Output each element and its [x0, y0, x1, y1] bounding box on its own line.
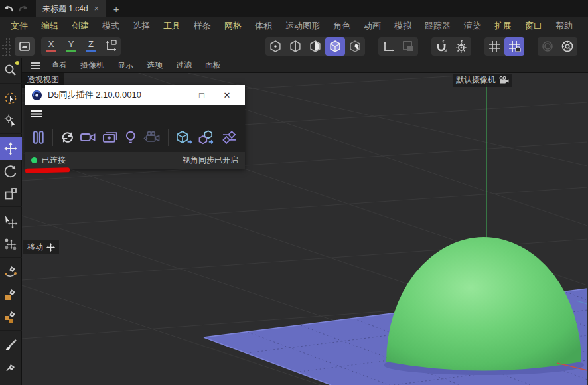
export-model-icon[interactable] — [175, 129, 194, 145]
menu-tracker[interactable]: 跟踪器 — [418, 20, 457, 32]
menu-create[interactable]: 创建 — [65, 20, 96, 32]
connection-status-icon — [31, 157, 37, 163]
snap-magnet-button[interactable] — [431, 37, 451, 56]
d5-menu-row — [25, 105, 245, 123]
menu-select[interactable]: 选择 — [126, 20, 157, 32]
viewport-menu-panel[interactable]: 面板 — [198, 60, 228, 71]
menu-file[interactable]: 文件 — [4, 20, 35, 32]
viewport-menu-filter[interactable]: 过滤 — [169, 60, 198, 71]
refresh-sync-icon[interactable] — [60, 129, 76, 145]
separator — [168, 129, 169, 146]
points-mode-button[interactable] — [265, 37, 285, 56]
snap-group — [431, 37, 471, 56]
edges-mode-button[interactable] — [285, 37, 305, 56]
live-selection-tool[interactable] — [0, 87, 22, 110]
model-mode-button[interactable] — [325, 37, 345, 56]
rotate-tool[interactable] — [0, 160, 22, 183]
snap-settings-button[interactable] — [451, 37, 471, 56]
export-all-models-icon[interactable] — [198, 129, 217, 145]
viewport-menu-options[interactable]: 选项 — [140, 60, 169, 71]
sync-camera-icon[interactable] — [80, 129, 97, 145]
render-settings-button[interactable] — [557, 37, 577, 56]
document-tab[interactable]: 未标题 1.c4d × — [36, 0, 106, 17]
z-axis-button[interactable]: Z — [81, 37, 101, 56]
x-axis-button[interactable]: X — [41, 37, 61, 56]
pause-sync-icon[interactable] — [31, 129, 46, 145]
polygons-mode-button[interactable] — [305, 37, 325, 56]
menu-extensions[interactable]: 扩展 — [488, 20, 518, 32]
menu-simulate[interactable]: 模拟 — [388, 20, 418, 32]
new-tab-button[interactable]: + — [106, 0, 127, 17]
pen-tool[interactable] — [0, 356, 22, 379]
rectangle-spline-tool[interactable] — [0, 283, 22, 306]
menu-render[interactable]: 渲染 — [457, 20, 488, 32]
sync-screen-icon[interactable] — [102, 129, 119, 145]
menu-volume[interactable]: 体积 — [248, 20, 279, 32]
d5-dialog-title: D5同步插件 2.10.0.0010 — [48, 89, 161, 101]
coordinate-system-button[interactable] — [101, 37, 121, 56]
viewport-menu-display[interactable]: 显示 — [111, 60, 140, 71]
move-tool[interactable] — [0, 137, 22, 160]
active-tool-hint: 移动 — [23, 240, 59, 254]
sync-light-icon[interactable] — [123, 129, 139, 145]
spline-pen-tool[interactable] — [0, 261, 22, 283]
grid-group — [484, 37, 524, 56]
viewport-menu-icon[interactable] — [26, 62, 44, 70]
make-editable-button[interactable] — [15, 37, 35, 56]
scale-tool[interactable] — [0, 183, 22, 205]
grid-toggle-button[interactable] — [484, 37, 504, 56]
menu-spline[interactable]: 样条 — [187, 20, 218, 32]
viewport-menu-view[interactable]: 查看 — [44, 60, 74, 71]
toolbar-drag-handle[interactable] — [1, 37, 12, 56]
sync-settings-icon[interactable] — [221, 129, 238, 145]
sphere-object[interactable] — [386, 237, 581, 370]
axis-modification-button[interactable] — [378, 37, 398, 56]
cinema4d-logo-icon — [31, 90, 42, 101]
undo-button[interactable] — [0, 0, 16, 17]
tweak-tool[interactable] — [0, 110, 22, 132]
render-rings-button[interactable] — [538, 37, 557, 56]
menu-tools[interactable]: 工具 — [157, 20, 187, 32]
menu-help[interactable]: 帮助 — [549, 20, 579, 32]
axis-lock-group: X Y Z — [41, 37, 121, 56]
close-button[interactable]: ✕ — [217, 90, 237, 100]
menu-animate[interactable]: 动画 — [357, 20, 388, 32]
hamburger-menu-icon[interactable] — [31, 110, 42, 118]
menu-mesh[interactable]: 网格 — [218, 20, 248, 32]
toolbar: X Y Z — [0, 35, 588, 58]
pen-volume-tool[interactable] — [0, 306, 22, 329]
viewport-3d-canvas[interactable]: 透视视图 默认摄像机 D5同步插件 2.10.0.0010 — □ ✕ — [22, 73, 588, 385]
menu-mograph[interactable]: 运动图形 — [279, 20, 327, 32]
minimize-button[interactable]: — — [167, 90, 186, 100]
viewport-menu-cameras[interactable]: 摄像机 — [74, 60, 111, 71]
menu-mode[interactable]: 模式 — [96, 20, 126, 32]
snap-move-tool[interactable] — [0, 233, 22, 256]
maximize-button[interactable]: □ — [192, 90, 212, 100]
cinema4d-window: 未标题 1.c4d × + 文件 编辑 创建 模式 选择 工具 样条 网格 体积… — [0, 0, 588, 385]
titlebar: 未标题 1.c4d × + — [0, 0, 588, 17]
grid-lock-button[interactable] — [504, 37, 524, 56]
workplane-button[interactable] — [398, 37, 418, 56]
redo-button[interactable] — [16, 0, 32, 17]
sync-movie-camera-icon[interactable] — [143, 129, 162, 145]
menu-character[interactable]: 角色 — [327, 20, 357, 32]
zoom-tool[interactable] — [0, 59, 22, 82]
tab-close-icon[interactable]: × — [94, 4, 99, 13]
workplane-group — [378, 37, 418, 56]
menu-window[interactable]: 窗口 — [518, 20, 549, 32]
menu-edit[interactable]: 编辑 — [35, 20, 65, 32]
texture-mode-button[interactable] — [345, 37, 365, 56]
d5-dialog-body: 已连接 视角同步已开启 — [25, 105, 245, 169]
render-group — [538, 37, 577, 56]
tool-sidebar — [0, 58, 22, 385]
tool-badge — [15, 61, 19, 65]
d5-toolbar — [25, 123, 245, 152]
mode-group — [265, 37, 365, 56]
brush-tool[interactable] — [0, 334, 22, 356]
separator — [52, 129, 53, 146]
d5-dialog-titlebar[interactable]: D5同步插件 2.10.0.0010 — □ ✕ — [25, 85, 245, 105]
d5-sync-dialog: D5同步插件 2.10.0.0010 — □ ✕ — [25, 85, 245, 169]
viewport-camera-label[interactable]: 默认摄像机 — [453, 74, 512, 87]
y-axis-button[interactable]: Y — [61, 37, 81, 56]
selection-move-tool[interactable] — [0, 210, 22, 233]
